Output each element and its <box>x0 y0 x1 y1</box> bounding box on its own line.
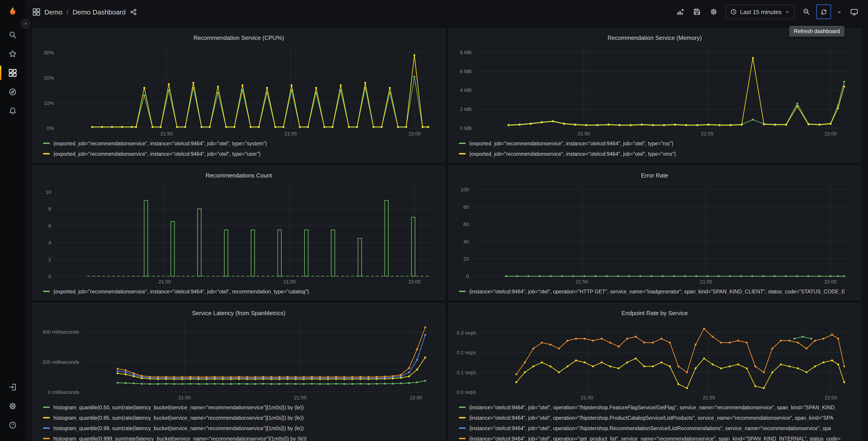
legend-swatch <box>43 417 50 418</box>
panel-recommendation-cpu: Recommendation Service (CPU%) 0%10%20%30… <box>33 28 445 162</box>
panel-endpoint-rate: Endpoint Rate by Service 0.0 req/s0.1 re… <box>448 303 861 441</box>
legend-label[interactable]: {instance="otelcol:9464", job="otel", op… <box>469 415 833 420</box>
sidebar-item-dashboards[interactable] <box>4 65 22 81</box>
dashboard-settings-button[interactable] <box>707 5 720 19</box>
breadcrumb-dashboard-title[interactable]: Demo Dashboard <box>72 8 126 16</box>
panel-title[interactable]: Recommendation Service (Memory) <box>608 34 702 41</box>
legend-label[interactable]: {instance="otelcol:9464", job="otel", op… <box>469 405 837 410</box>
sidebar-item-configuration[interactable] <box>4 398 22 414</box>
tooltip-refresh-dashboard: Refresh dashboard <box>789 26 844 37</box>
svg-text:21:50: 21:50 <box>576 279 588 285</box>
legend: {instance="otelcol:9464", job="otel", op… <box>453 286 857 296</box>
compass-icon <box>9 88 17 96</box>
panel-add-icon <box>676 8 684 16</box>
breadcrumb-folder[interactable]: Demo <box>44 8 62 16</box>
svg-text:60: 60 <box>463 222 469 227</box>
legend-item[interactable]: {instance="otelcol:9464", job="otel", op… <box>459 433 857 441</box>
svg-text:200 milliseconds: 200 milliseconds <box>42 359 79 365</box>
svg-text:0: 0 <box>49 273 51 279</box>
legend-item[interactable]: {exported_job="recommendationservice", i… <box>459 148 857 158</box>
legend-swatch <box>459 438 466 439</box>
sidebar-item-help[interactable]: ? <box>4 417 22 433</box>
legend-label[interactable]: histogram_quantile(0.99, sum(rate(latenc… <box>53 425 304 431</box>
svg-text:21:50: 21:50 <box>581 395 593 401</box>
legend-label[interactable]: histogram_quantile(0.50, sum(rate(latenc… <box>53 405 304 410</box>
sidebar-item-search[interactable] <box>4 27 22 43</box>
sidebar-item-alerting[interactable] <box>4 103 22 119</box>
legend-swatch <box>43 143 50 144</box>
panel-title[interactable]: Service Latency (from SpanMetrics) <box>192 310 285 316</box>
panel-error-rate: Error Rate 02040608010021:5021:5522:00 {… <box>448 166 861 300</box>
legend-item[interactable]: {instance="otelcol:9464", job="otel", op… <box>459 423 857 433</box>
svg-text:22:00: 22:00 <box>824 279 837 285</box>
sidebar-expand-button[interactable]: › <box>21 19 30 29</box>
panel-title[interactable]: Error Rate <box>641 172 668 179</box>
legend-item[interactable]: {exported_job="recommendationservice", i… <box>43 286 441 296</box>
cpu-chart[interactable]: 0%10%20%30%21:5021:5522:00 <box>37 43 441 138</box>
memory-chart[interactable]: 0 MB2 MB4 MB6 MB8 MB21:5021:5522:00 <box>453 43 857 138</box>
panel-title[interactable]: Recommendation Service (CPU%) <box>193 34 284 41</box>
panel-title[interactable]: Endpoint Rate by Service <box>621 310 688 316</box>
refresh-dashboard-button[interactable] <box>816 4 831 19</box>
save-dashboard-button[interactable] <box>690 5 704 19</box>
panel-header: Recommendation Service (CPU%) <box>37 32 441 43</box>
svg-text:21:50: 21:50 <box>160 131 173 137</box>
legend-label[interactable]: {exported_job="recommendationservice", i… <box>469 151 676 156</box>
grafana-logo[interactable] <box>5 4 20 20</box>
legend-item[interactable]: histogram_quantile(0.999, sum(rate(laten… <box>43 433 441 441</box>
legend-swatch <box>459 143 466 144</box>
legend-item[interactable]: histogram_quantile(0.50, sum(rate(latenc… <box>43 402 441 412</box>
sidebar-item-explore[interactable] <box>4 84 22 100</box>
legend-item[interactable]: {instance="otelcol:9464", job="otel", op… <box>459 286 857 296</box>
legend-item[interactable]: {exported_job="recommendationservice", i… <box>43 138 441 148</box>
svg-text:22:00: 22:00 <box>408 131 421 137</box>
legend-label[interactable]: histogram_quantile(0.95, sum(rate(latenc… <box>53 415 304 420</box>
svg-text:0.2 req/s: 0.2 req/s <box>457 350 476 355</box>
bell-icon <box>9 107 17 115</box>
add-panel-button[interactable] <box>673 5 687 19</box>
legend-label[interactable]: {exported_job="recommendationservice", i… <box>469 141 673 146</box>
recommendations-count-chart[interactable]: 024681021:5021:5522:00 <box>37 181 441 286</box>
time-range-label: Last 15 minutes <box>740 8 781 15</box>
svg-text:21:55: 21:55 <box>701 131 713 137</box>
legend-swatch <box>459 407 466 408</box>
service-latency-chart[interactable]: 0 milliseconds200 milliseconds400 millis… <box>37 318 441 402</box>
legend-label[interactable]: {exported_job="recommendationservice", i… <box>53 141 267 146</box>
sign-in-icon <box>9 383 17 391</box>
legend: histogram_quantile(0.50, sum(rate(latenc… <box>37 402 441 441</box>
refresh-interval-dropdown[interactable] <box>834 5 844 19</box>
legend-item[interactable]: {instance="otelcol:9464", job="otel", op… <box>459 412 857 423</box>
legend-label[interactable]: {exported_job="recommendationservice", i… <box>53 289 309 294</box>
legend-item[interactable]: histogram_quantile(0.95, sum(rate(latenc… <box>43 412 441 423</box>
error-rate-chart[interactable]: 02040608010021:5021:5522:00 <box>453 181 857 286</box>
legend-item[interactable]: histogram_quantile(0.99, sum(rate(latenc… <box>43 423 441 433</box>
legend-swatch <box>459 291 466 292</box>
panel-title[interactable]: Recommendations Count <box>206 172 272 179</box>
svg-text:0.3 req/s: 0.3 req/s <box>457 330 476 336</box>
sidebar-item-sign-in[interactable] <box>4 379 22 395</box>
legend-item[interactable]: {exported_job="recommendationservice", i… <box>459 138 857 148</box>
legend-swatch <box>43 153 50 154</box>
svg-text:0.1 req/s: 0.1 req/s <box>457 370 476 375</box>
legend-label[interactable]: {instance="otelcol:9464", job="otel", op… <box>469 425 831 431</box>
svg-text:20%: 20% <box>44 75 54 81</box>
legend-swatch <box>459 153 466 154</box>
sidebar-item-starred[interactable] <box>4 46 22 62</box>
panel-header: Error Rate <box>453 170 857 181</box>
legend-label[interactable]: {exported_job="recommendationservice", i… <box>53 151 261 156</box>
search-icon <box>9 31 17 39</box>
legend-label[interactable]: {instance="otelcol:9464", job="otel", op… <box>469 289 845 294</box>
zoom-out-time-button[interactable] <box>800 5 813 19</box>
share-icon[interactable] <box>130 8 137 15</box>
time-range-picker[interactable]: Last 15 minutes <box>725 4 795 19</box>
svg-text:21:55: 21:55 <box>700 279 712 285</box>
endpoint-rate-chart[interactable]: 0.0 req/s0.1 req/s0.2 req/s0.3 req/s21:5… <box>453 318 857 402</box>
panel-service-latency: Service Latency (from SpanMetrics) 0 mil… <box>33 303 445 441</box>
legend-label[interactable]: histogram_quantile(0.999, sum(rate(laten… <box>53 436 307 441</box>
legend-label[interactable]: {instance="otelcol:9464", job="otel", op… <box>469 436 841 441</box>
legend-item[interactable]: {exported_job="recommendationservice", i… <box>43 148 441 158</box>
grafana-app: ? › Demo / Demo Dashboard <box>0 0 868 441</box>
svg-text:2: 2 <box>49 257 51 262</box>
legend-item[interactable]: {instance="otelcol:9464", job="otel", op… <box>459 402 857 412</box>
cycle-view-mode-button[interactable] <box>847 5 861 19</box>
